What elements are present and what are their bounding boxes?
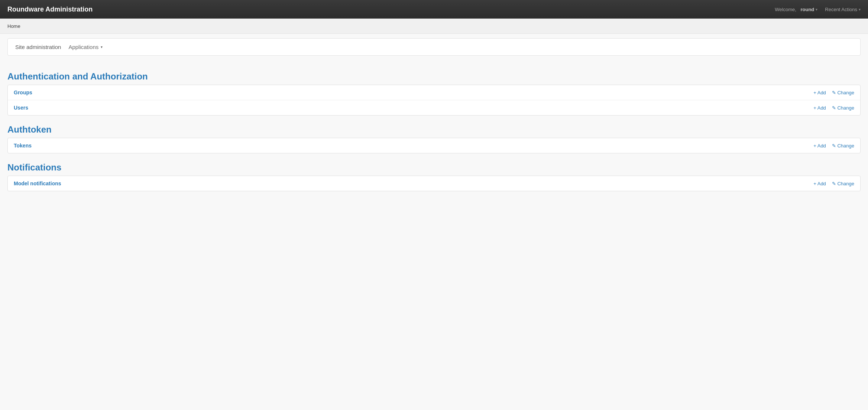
model-notifications-link[interactable]: Model notifications	[14, 180, 61, 186]
site-admin-bar: Site administration Applications ▾	[7, 38, 861, 56]
welcome-menu[interactable]: Welcome, round ▾	[775, 7, 817, 12]
table-row: Groups + Add ✎ Change	[8, 85, 860, 100]
navbar-brand[interactable]: Roundware Administration	[7, 6, 93, 13]
breadcrumb-bar: Home	[0, 19, 868, 34]
breadcrumb[interactable]: Home	[7, 23, 20, 29]
users-add-link[interactable]: + Add	[813, 105, 826, 111]
users-change-link[interactable]: ✎ Change	[832, 105, 854, 111]
applications-dropdown[interactable]: Applications ▾	[68, 44, 103, 50]
tokens-add-link[interactable]: + Add	[813, 143, 826, 149]
table-row: Tokens + Add ✎ Change	[8, 138, 860, 153]
welcome-prefix: Welcome,	[775, 7, 796, 12]
groups-link[interactable]: Groups	[14, 90, 32, 95]
groups-add-link[interactable]: + Add	[813, 90, 826, 95]
main-content: Authentication and Authorization Groups …	[0, 60, 868, 208]
navbar: Roundware Administration Welcome, round …	[0, 0, 868, 19]
recent-actions-label: Recent Actions	[825, 7, 857, 12]
applications-label: Applications	[68, 44, 98, 50]
table-row: Users + Add ✎ Change	[8, 100, 860, 115]
module-table-auth: Groups + Add ✎ Change Users + Add ✎ Chan…	[7, 85, 861, 115]
tokens-change-link[interactable]: ✎ Change	[832, 143, 854, 149]
tokens-link[interactable]: Tokens	[14, 143, 32, 149]
recent-actions-menu[interactable]: Recent Actions ▾	[825, 7, 861, 12]
section-heading-auth: Authentication and Authorization	[7, 71, 861, 82]
section-heading-authtoken: Authtoken	[7, 124, 861, 135]
username: round	[800, 7, 814, 12]
site-admin-label: Site administration	[15, 44, 61, 50]
model-notifications-change-link[interactable]: ✎ Change	[832, 181, 854, 186]
recent-actions-caret: ▾	[859, 7, 861, 12]
groups-change-link[interactable]: ✎ Change	[832, 90, 854, 95]
tokens-actions: + Add ✎ Change	[813, 143, 854, 149]
model-notifications-actions: + Add ✎ Change	[813, 181, 854, 186]
users-actions: + Add ✎ Change	[813, 105, 854, 111]
module-table-authtoken: Tokens + Add ✎ Change	[7, 138, 861, 153]
welcome-caret: ▾	[816, 7, 817, 12]
groups-actions: + Add ✎ Change	[813, 90, 854, 95]
users-link[interactable]: Users	[14, 105, 28, 111]
model-notifications-add-link[interactable]: + Add	[813, 181, 826, 186]
table-row: Model notifications + Add ✎ Change	[8, 176, 860, 191]
section-heading-notifications: Notifications	[7, 162, 861, 173]
navbar-right: Welcome, round ▾ Recent Actions ▾	[775, 7, 861, 12]
applications-caret: ▾	[101, 45, 103, 49]
module-table-notifications: Model notifications + Add ✎ Change	[7, 176, 861, 191]
